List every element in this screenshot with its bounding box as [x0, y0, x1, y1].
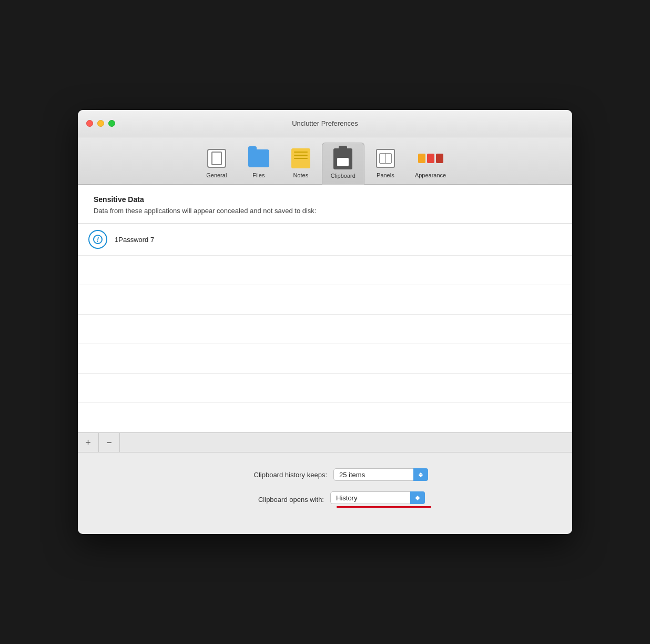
tab-files[interactable]: Files: [238, 143, 280, 184]
sensitive-data-desc: Data from these applications will appear…: [94, 207, 556, 215]
1password-icon: !: [88, 230, 107, 249]
tab-appearance-label: Appearance: [415, 172, 446, 178]
empty-row-2: [78, 285, 572, 315]
opens-with-select-wrap: History Sensitive: [330, 491, 425, 504]
opens-with-label: Clipboard opens with:: [219, 496, 324, 504]
tab-clipboard-label: Clipboard: [331, 173, 356, 179]
remove-app-button[interactable]: −: [99, 433, 120, 452]
preferences-window: Unclutter Preferences General Files: [78, 110, 572, 534]
files-icon: [247, 147, 270, 170]
app-name: 1Password 7: [115, 236, 154, 244]
history-keeps-select-wrap: 25 items 10 items 50 items 100 items: [333, 468, 428, 481]
minimize-button[interactable]: [97, 120, 104, 127]
sensitive-data-header: Sensitive Data Data from these applicati…: [78, 185, 572, 224]
red-underline-indicator: [337, 506, 431, 508]
tab-files-label: Files: [252, 172, 265, 178]
panels-icon: [374, 147, 397, 170]
window-title: Unclutter Preferences: [292, 119, 358, 127]
list-controls: + −: [78, 432, 572, 452]
opens-with-select[interactable]: History Sensitive: [330, 491, 425, 504]
tab-panels-label: Panels: [377, 172, 394, 178]
bottom-settings: Clipboard history keeps: 25 items 10 ite…: [78, 452, 572, 534]
add-app-button[interactable]: +: [78, 433, 99, 452]
history-keeps-row: Clipboard history keeps: 25 items 10 ite…: [78, 468, 572, 481]
tab-clipboard[interactable]: Clipboard: [322, 143, 364, 185]
tab-notes-label: Notes: [293, 172, 308, 178]
tab-appearance[interactable]: Appearance: [407, 143, 454, 184]
empty-row-4: [78, 344, 572, 374]
empty-row-5: [78, 374, 572, 403]
empty-row-3: [78, 315, 572, 344]
empty-row-1: [78, 256, 572, 285]
appearance-icon: [419, 147, 442, 170]
tab-notes[interactable]: Notes: [280, 143, 322, 184]
tab-general[interactable]: General: [196, 143, 238, 184]
toolbar: General Files Notes Cli: [78, 137, 572, 185]
tab-panels[interactable]: Panels: [364, 143, 407, 184]
sensitive-data-title: Sensitive Data: [94, 195, 556, 204]
window-controls: [86, 120, 115, 127]
history-keeps-label: Clipboard history keeps:: [222, 471, 327, 479]
opens-with-container: History Sensitive: [330, 491, 431, 508]
opens-with-row: Clipboard opens with: History Sensitive: [78, 491, 572, 508]
titlebar: Unclutter Preferences: [78, 110, 572, 137]
notes-icon: [289, 147, 312, 170]
general-icon: [205, 147, 228, 170]
maximize-button[interactable]: [108, 120, 115, 127]
close-button[interactable]: [86, 120, 93, 127]
list-item[interactable]: ! 1Password 7: [78, 224, 572, 256]
history-keeps-select[interactable]: 25 items 10 items 50 items 100 items: [333, 468, 428, 481]
app-list: ! 1Password 7: [78, 224, 572, 432]
empty-row-6: [78, 403, 572, 432]
tab-general-label: General: [206, 172, 227, 178]
clipboard-icon: [331, 147, 354, 170]
